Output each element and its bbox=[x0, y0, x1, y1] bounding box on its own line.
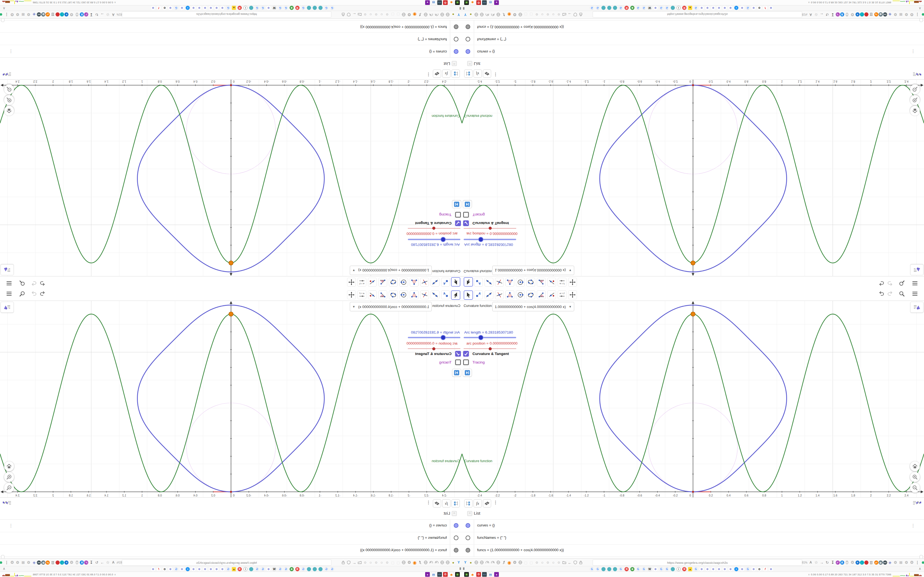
tray-chevron-icon[interactable]: ∧ bbox=[114, 2, 116, 4]
red-badge-icon[interactable] bbox=[864, 561, 869, 565]
tab-pinwheel[interactable]: ✻ bbox=[751, 6, 756, 10]
dropdown-caret-icon[interactable]: ▼ bbox=[569, 269, 572, 272]
dot-small-icon[interactable]: ⊙ bbox=[385, 12, 390, 17]
tree-view-button[interactable] bbox=[464, 69, 472, 78]
tool-intersect-button[interactable] bbox=[420, 278, 429, 287]
tool-polygon-button[interactable] bbox=[410, 278, 418, 287]
tab-chat-blue[interactable]: • bbox=[734, 567, 738, 571]
tool-angle-button[interactable]: α bbox=[537, 290, 546, 299]
dot-small-icon[interactable]: ⊙ bbox=[556, 560, 562, 565]
redo-button[interactable] bbox=[886, 290, 894, 298]
tab-globe-teal[interactable] bbox=[313, 567, 317, 571]
tab-pinwheel[interactable]: ✻ bbox=[723, 6, 727, 10]
function-input[interactable]: 1.000000000000 + cos(4.000000000000 x) ▼ bbox=[492, 302, 574, 311]
url-bar[interactable]: https://www.geogebra.org/classic/aagcxh3… bbox=[122, 559, 331, 566]
tab-pinwheel[interactable]: ✻ bbox=[191, 567, 195, 571]
tab-pinwheel[interactable]: ✻ bbox=[711, 567, 715, 571]
tab-yandex[interactable]: Я bbox=[296, 567, 299, 571]
taskbar-app-floppy-64[interactable]: ▤ bbox=[488, 0, 493, 5]
zoom-in-button[interactable] bbox=[910, 472, 920, 482]
tab-fn-red[interactable]: f bbox=[763, 6, 767, 10]
shield-icon[interactable] bbox=[573, 560, 578, 565]
curvature-tangent-checkbox[interactable] bbox=[455, 351, 461, 357]
tab-info[interactable]: i bbox=[677, 567, 681, 571]
tab-google[interactable]: G bbox=[659, 567, 663, 571]
dropdown-caret-icon[interactable]: ▼ bbox=[352, 269, 355, 272]
tab-yandex[interactable]: Я bbox=[237, 6, 242, 10]
tab-scroll-chevron-icon[interactable]: ∧ bbox=[3, 6, 5, 10]
tool-ellipse-button[interactable] bbox=[389, 290, 397, 299]
home-view-button[interactable] bbox=[4, 106, 14, 116]
home-view-button[interactable] bbox=[910, 106, 920, 116]
trash-icon[interactable] bbox=[50, 12, 55, 17]
curvature-tangent-checkbox[interactable] bbox=[455, 220, 461, 226]
tab-pinwheel[interactable]: ✻ bbox=[209, 6, 213, 10]
download-icon[interactable]: ↧ bbox=[89, 12, 94, 17]
tool-angle-button[interactable]: α bbox=[378, 290, 387, 299]
firefox-icon[interactable]: ◉ bbox=[507, 560, 512, 565]
collapse-button[interactable]: − bbox=[467, 511, 472, 516]
archive-dark-icon[interactable]: ▦ bbox=[41, 13, 45, 17]
menu-button[interactable] bbox=[911, 290, 919, 298]
tab-pinwheel[interactable]: ✻ bbox=[203, 567, 207, 571]
arc-length-slider[interactable] bbox=[464, 337, 516, 338]
shield-icon[interactable] bbox=[346, 560, 351, 565]
dot-small-icon[interactable]: ⊙ bbox=[374, 560, 379, 565]
tab-pinwheel[interactable]: ✻ bbox=[699, 567, 704, 571]
tab-google[interactable]: G bbox=[642, 567, 646, 571]
arc-length-slider[interactable] bbox=[408, 239, 460, 240]
dropdown-caret-icon[interactable]: ▼ bbox=[352, 305, 355, 308]
arc-position-slider-knob[interactable] bbox=[432, 227, 435, 230]
tool-move-graphics-view-button[interactable] bbox=[568, 278, 577, 287]
redo-button[interactable] bbox=[30, 279, 38, 287]
tab-pinwheel[interactable]: ✻ bbox=[209, 567, 213, 571]
tab-pinwheel[interactable]: ✻ bbox=[215, 6, 219, 10]
swap-orange-icon[interactable]: ⇄ bbox=[874, 13, 878, 17]
wrench-icon[interactable]: ⚙ bbox=[904, 560, 909, 565]
globe-icon[interactable] bbox=[440, 560, 445, 565]
tool-circle-button[interactable] bbox=[516, 278, 525, 287]
taskbar-app-firefox[interactable]: ◉ bbox=[470, 572, 475, 577]
arc-position-slider[interactable] bbox=[464, 228, 516, 229]
redo-button[interactable] bbox=[30, 290, 38, 298]
ghost-icon[interactable]: ▢ bbox=[390, 12, 396, 17]
trash-icon[interactable] bbox=[869, 12, 874, 17]
tab-scroll-chevron-icon[interactable]: ∧ bbox=[919, 567, 921, 571]
lock-icon[interactable] bbox=[578, 560, 583, 565]
graphics-view[interactable]: -2.4-2.2-2-1.8-1.6-1.4-1.2-1-0.8-0.6-0.4… bbox=[462, 301, 924, 498]
tab-photos[interactable]: ▲ bbox=[688, 6, 692, 10]
globe-icon[interactable] bbox=[423, 12, 428, 17]
zoom-level[interactable]: 81% bbox=[116, 561, 122, 564]
reload-icon[interactable]: ↻ bbox=[825, 12, 830, 17]
tab-globe-teal[interactable] bbox=[607, 567, 611, 571]
red-badge-icon[interactable] bbox=[55, 13, 60, 17]
reload-icon[interactable]: ↻ bbox=[94, 560, 99, 565]
tab-globe-teal[interactable] bbox=[671, 567, 675, 571]
gauge-icon[interactable] bbox=[429, 560, 434, 565]
tab-pinwheel[interactable]: ✻ bbox=[168, 6, 173, 10]
shield-icon[interactable] bbox=[573, 12, 578, 17]
more-options-kebab[interactable]: ⋮ bbox=[426, 500, 431, 505]
tab-wikipedia[interactable]: W bbox=[648, 567, 652, 571]
gear-icon[interactable]: ⚙ bbox=[512, 12, 517, 17]
algebra-row-funcnames[interactable]: funcNames = {" "} bbox=[0, 32, 462, 45]
collapse-button[interactable]: − bbox=[467, 61, 472, 66]
graphics-view[interactable]: -2.4-2.2-2-1.8-1.6-1.4-1.2-1-0.8-0.6-0.4… bbox=[0, 79, 462, 276]
tool-slider-button[interactable]: a = 2 bbox=[558, 278, 567, 287]
globe-icon[interactable] bbox=[518, 560, 523, 565]
tab-google[interactable]: G bbox=[284, 6, 288, 10]
translate-a-icon[interactable]: A bbox=[111, 12, 116, 17]
avatar-icon[interactable]: ● bbox=[468, 560, 473, 565]
paint-icon[interactable]: ✐ bbox=[84, 561, 88, 565]
tab-google[interactable]: G bbox=[590, 6, 594, 10]
firefox-icon[interactable]: ◉ bbox=[412, 560, 417, 565]
dot-small-icon[interactable]: ⊙ bbox=[545, 560, 551, 565]
trash-icon[interactable] bbox=[869, 560, 874, 565]
tab-google[interactable]: G bbox=[330, 567, 334, 571]
tab-globe-teal[interactable] bbox=[307, 567, 311, 571]
tool-point-button[interactable]: A bbox=[441, 278, 450, 287]
tab-pinwheel[interactable]: ✻ bbox=[729, 567, 733, 571]
taskbar-app-display-dark[interactable]: ▭ bbox=[437, 572, 442, 577]
zoom-level[interactable]: 81% bbox=[802, 13, 808, 16]
mouse-icon[interactable] bbox=[74, 560, 79, 565]
